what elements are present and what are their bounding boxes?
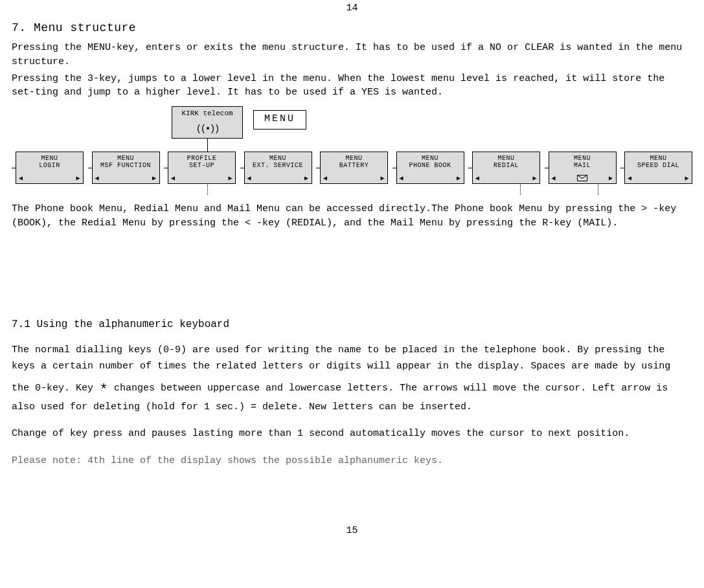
menu-box-line2: EXT. SERVICE xyxy=(253,162,303,169)
connector-vertical xyxy=(207,139,208,152)
menu-label-box: MENU xyxy=(253,110,306,130)
right-arrow-icon: ▶ xyxy=(532,174,537,182)
menu-box-line2: MSF FUNCTION xyxy=(100,162,151,169)
left-arrow-icon: ◀ xyxy=(323,174,328,182)
menu-box-nav: ◀▶ xyxy=(552,174,613,182)
menu-box-nav: ◀▶ xyxy=(95,174,157,182)
right-arrow-icon: ▶ xyxy=(685,174,689,182)
menu-box-line1: MENU xyxy=(117,155,134,162)
menu-box-line2: MAIL xyxy=(574,162,591,169)
menu-box-line2: REDIAL xyxy=(494,162,519,169)
left-arrow-icon: ◀ xyxy=(628,174,632,182)
menu-box-redial: MENUREDIAL◀▶ xyxy=(472,152,540,184)
left-arrow-icon: ◀ xyxy=(475,174,480,182)
menu-box-line1: MENU xyxy=(269,155,286,162)
p71-text-b: changes between uppercase and lowercase … xyxy=(12,383,668,413)
section-7-1-paragraph-1: The normal dialling keys (0-9) are used … xyxy=(12,342,692,416)
left-arrow-icon: ◀ xyxy=(247,174,252,182)
dotted-connector xyxy=(520,185,521,195)
menu-box-line1: MENU xyxy=(650,155,666,162)
left-arrow-icon: ◀ xyxy=(400,174,404,182)
menu-box-line1: MENU xyxy=(345,155,362,162)
page-number-top: 14 xyxy=(0,0,704,16)
menu-box-phone-book: MENUPHONE BOOK◀▶ xyxy=(396,152,464,184)
menu-box-line2: LOGIN xyxy=(39,162,60,169)
menu-structure-diagram: KIRK telecom ((•)) MENU MENULOGIN◀▶MENUM… xyxy=(12,106,692,197)
dotted-connector xyxy=(207,185,208,195)
menu-box-line2: BATTERY xyxy=(339,162,369,169)
mail-icon xyxy=(577,175,587,181)
left-arrow-icon: ◀ xyxy=(95,174,100,182)
left-arrow-icon: ◀ xyxy=(552,174,556,182)
menu-box-nav: ◀▶ xyxy=(475,174,537,182)
menu-box-line2: SET-UP xyxy=(189,162,214,169)
section-7-1-title: 7.1 Using the alphanumeric keyboard xyxy=(12,319,692,330)
page-number-bottom: 15 xyxy=(0,523,704,539)
right-arrow-icon: ▶ xyxy=(609,174,613,182)
right-arrow-icon: ▶ xyxy=(152,174,157,182)
left-arrow-icon: ◀ xyxy=(171,174,176,182)
intro-paragraph-2: Pressing the 3-key, jumps to a lower lev… xyxy=(12,72,692,100)
menu-box-line2: SPEED DIAL xyxy=(637,162,679,169)
menu-box-battery: MENUBATTERY◀▶ xyxy=(320,152,388,184)
menu-row: MENULOGIN◀▶MENUMSF FUNCTION◀▶PROFILESET-… xyxy=(12,152,692,184)
post-diagram-paragraph: The Phone book Menu, Redial Menu and Mai… xyxy=(12,202,692,231)
menu-box-nav: ◀▶ xyxy=(171,174,233,182)
right-arrow-icon: ▶ xyxy=(228,174,233,182)
section-7-1-note: Please note: 4th line of the display sho… xyxy=(12,454,692,468)
left-arrow-icon: ◀ xyxy=(19,174,23,182)
kirk-telecom-box: KIRK telecom ((•)) xyxy=(172,106,243,139)
menu-box-nav: ◀▶ xyxy=(400,174,461,182)
right-arrow-icon: ▶ xyxy=(76,174,80,182)
menu-box-nav: ◀▶ xyxy=(19,174,80,182)
menu-box-nav: ◀▶ xyxy=(628,174,689,182)
kirk-telecom-label: KIRK telecom xyxy=(175,109,240,117)
menu-box-line1: MENU xyxy=(497,155,514,162)
signal-icon: ((•)) xyxy=(175,124,240,135)
intro-paragraph-1: Pressing the MENU-key, enters or exits t… xyxy=(12,41,692,69)
menu-box-nav: ◀▶ xyxy=(247,174,309,182)
menu-box-line1: MENU xyxy=(41,155,58,162)
dotted-connector xyxy=(598,185,598,195)
right-arrow-icon: ▶ xyxy=(304,174,309,182)
menu-box-line1: PROFILE xyxy=(187,155,217,162)
menu-box-speed-dial: MENUSPEED DIAL◀▶ xyxy=(624,152,692,184)
menu-box-set-up: PROFILESET-UP◀▶ xyxy=(168,152,236,184)
menu-box-nav: ◀▶ xyxy=(323,174,385,182)
star-key-icon: * xyxy=(99,378,108,402)
menu-box-mail: MENUMAIL◀▶ xyxy=(549,152,617,184)
section-title: 7. Menu structure xyxy=(12,21,692,34)
menu-box-ext-service: MENUEXT. SERVICE◀▶ xyxy=(244,152,312,184)
right-arrow-icon: ▶ xyxy=(380,174,385,182)
menu-box-line2: PHONE BOOK xyxy=(409,162,451,169)
right-arrow-icon: ▶ xyxy=(457,174,461,182)
menu-box-msf-function: MENUMSF FUNCTION◀▶ xyxy=(92,152,160,184)
menu-box-line1: MENU xyxy=(422,155,438,162)
section-7-1-paragraph-2: Change of key press and pauses lasting m… xyxy=(12,425,692,442)
menu-box-line1: MENU xyxy=(574,155,591,162)
menu-box-login: MENULOGIN◀▶ xyxy=(16,152,84,184)
